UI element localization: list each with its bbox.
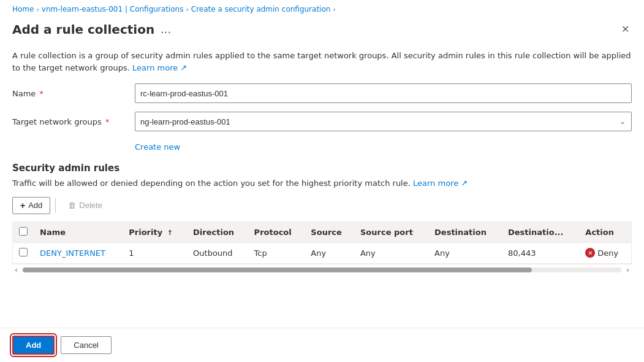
breadcrumb-sep-3: › <box>333 6 335 13</box>
deny-icon: ✕ <box>585 248 595 258</box>
rules-toolbar: + Add 🗑 Delete <box>12 197 632 214</box>
security-rules-learn-more-link[interactable]: Learn more ↗ <box>413 179 468 188</box>
scroll-thumb[interactable] <box>23 268 532 272</box>
col-destination-port: Destinatio... <box>502 222 579 243</box>
target-groups-select[interactable]: ng-learn-prod-eastus-001 <box>135 112 632 131</box>
breadcrumb-sep-1: › <box>36 6 39 13</box>
description-text: A rule collection is a group of security… <box>12 50 632 74</box>
col-action: Action <box>579 222 631 243</box>
description-learn-more-link[interactable]: Learn more ↗ <box>132 63 187 72</box>
header-checkbox-cell <box>13 222 34 243</box>
target-groups-field-row: Target network groups * ng-learn-prod-ea… <box>12 112 632 131</box>
row-destination-port: 80,443 <box>502 242 579 263</box>
breadcrumb: Home › vnm-learn-eastus-001 | Configurat… <box>0 0 644 16</box>
breadcrumb-create-config[interactable]: Create a security admin configuration <box>191 5 331 13</box>
panel-header: Add a rule collection ... ✕ <box>0 16 644 42</box>
row-destination: Any <box>428 242 502 263</box>
target-groups-select-wrapper: ng-learn-prod-eastus-001 ⌄ <box>135 112 632 131</box>
breadcrumb-sep-2: › <box>186 6 188 13</box>
target-groups-control: ng-learn-prod-eastus-001 ⌄ <box>135 112 632 131</box>
row-direction: Outbound <box>187 242 248 263</box>
col-destination: Destination <box>428 222 502 243</box>
breadcrumb-home[interactable]: Home <box>12 5 34 13</box>
breadcrumb-configurations[interactable]: vnm-learn-eastus-001 | Configurations <box>42 5 184 13</box>
name-field-row: Name * <box>12 83 632 103</box>
rules-table-body: DENY_INTERNET 1 Outbound Tcp Any Any Any… <box>13 242 631 263</box>
panel-footer: Add Cancel <box>0 328 644 362</box>
cancel-button[interactable]: Cancel <box>61 336 111 354</box>
row-name: DENY_INTERNET <box>34 242 123 263</box>
deny-badge: ✕ Deny <box>585 248 618 258</box>
panel: Add a rule collection ... ✕ A rule colle… <box>0 16 644 362</box>
name-required: * <box>37 89 44 98</box>
priority-sort-icon: ↑ <box>167 229 173 237</box>
horizontal-scrollbar[interactable]: ‹ › <box>12 264 632 275</box>
target-groups-label: Target network groups * <box>12 117 135 126</box>
row-priority: 1 <box>123 242 187 263</box>
col-protocol: Protocol <box>248 222 305 243</box>
page-title: Add a rule collection <box>12 22 154 37</box>
col-source: Source <box>305 222 354 243</box>
col-priority[interactable]: Priority ↑ <box>123 222 187 243</box>
delete-rule-button[interactable]: 🗑 Delete <box>61 198 110 213</box>
toolbar-separator <box>55 198 56 213</box>
col-name: Name <box>34 222 123 243</box>
security-rules-desc: Traffic will be allowed or denied depend… <box>12 177 632 190</box>
select-all-checkbox[interactable] <box>19 227 28 236</box>
row-checkbox[interactable] <box>19 248 28 256</box>
rules-table-wrapper: Name Priority ↑ Direction Protocol Sourc… <box>12 221 632 264</box>
target-required: * <box>103 117 110 126</box>
panel-title-row: Add a rule collection ... <box>12 22 171 37</box>
rules-table-head: Name Priority ↑ Direction Protocol Sourc… <box>13 222 631 243</box>
name-label: Name * <box>12 89 135 98</box>
rules-table: Name Priority ↑ Direction Protocol Sourc… <box>13 222 631 264</box>
rules-table-header-row: Name Priority ↑ Direction Protocol Sourc… <box>13 222 631 243</box>
scroll-right-arrow[interactable]: › <box>624 266 632 274</box>
row-source-port: Any <box>354 242 428 263</box>
name-control <box>135 83 632 103</box>
row-checkbox-cell <box>13 242 34 263</box>
close-button[interactable]: ✕ <box>619 21 632 37</box>
panel-content: A rule collection is a group of security… <box>0 42 644 328</box>
delete-icon: 🗑 <box>68 201 76 210</box>
create-new-link[interactable]: Create new <box>135 142 180 152</box>
plus-icon: + <box>20 201 25 210</box>
add-button[interactable]: Add <box>12 336 55 355</box>
more-options-icon[interactable]: ... <box>161 23 171 36</box>
rule-name-link[interactable]: DENY_INTERNET <box>40 248 105 258</box>
security-rules-section-title: Security admin rules <box>12 163 632 174</box>
row-protocol: Tcp <box>248 242 305 263</box>
col-direction: Direction <box>187 222 248 243</box>
create-new-row: Create new <box>12 140 632 152</box>
name-input[interactable] <box>135 83 632 103</box>
add-rule-button[interactable]: + Add <box>12 197 50 214</box>
row-action: ✕ Deny <box>579 242 631 263</box>
col-source-port: Source port <box>354 222 428 243</box>
table-row: DENY_INTERNET 1 Outbound Tcp Any Any Any… <box>13 242 631 263</box>
row-source: Any <box>305 242 354 263</box>
scroll-left-arrow[interactable]: ‹ <box>12 266 20 274</box>
